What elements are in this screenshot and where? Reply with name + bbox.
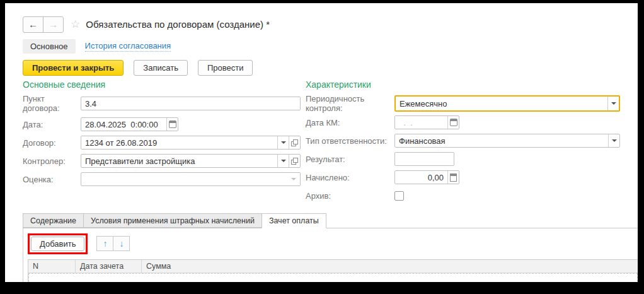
- bottom-tab-panel: Содержание Условия применения штрафных н…: [23, 213, 638, 282]
- bottom-tabstrip: Содержание Условия применения штрафных н…: [23, 213, 638, 228]
- date-label: Дата:: [23, 120, 81, 129]
- responsibility-type-field: [394, 134, 620, 148]
- section-title-main: Основные сведения: [23, 79, 301, 91]
- responsibility-type-label: Тип ответственности:: [306, 136, 394, 146]
- responsibility-type-dropdown-button[interactable]: [608, 134, 619, 147]
- arrow-down-icon: ↓: [119, 238, 124, 249]
- table-header-offset-date[interactable]: Дата зачета: [76, 260, 142, 273]
- tab-payment-offset[interactable]: Зачет оплаты: [262, 213, 326, 228]
- back-button[interactable]: ←: [23, 16, 43, 33]
- control-periodicity-input[interactable]: [396, 97, 607, 110]
- command-bar: Провести и закрыть Записать Провести: [23, 60, 638, 76]
- forward-arrow-icon: →: [49, 19, 58, 30]
- accrued-calculator-button[interactable]: [447, 171, 459, 184]
- forward-button[interactable]: →: [43, 16, 64, 33]
- open-icon: [291, 139, 298, 146]
- table-header-n[interactable]: N: [28, 260, 76, 273]
- main-info-section: Основные сведения Пункт договора: Дата: …: [23, 79, 301, 203]
- km-date-calendar-button[interactable]: [447, 116, 459, 129]
- open-icon: [291, 158, 298, 165]
- contract-open-button[interactable]: [289, 136, 300, 149]
- archive-label: Архив:: [306, 191, 394, 201]
- favorite-star-icon[interactable]: ☆: [71, 19, 80, 30]
- contract-label: Договор:: [23, 138, 81, 148]
- table-header-sum[interactable]: Сумма: [142, 260, 638, 273]
- add-row-button[interactable]: Добавить: [31, 237, 84, 251]
- chevron-down-icon: [291, 178, 296, 180]
- history-nav-group: ← →: [23, 16, 64, 33]
- tab-main[interactable]: Основное: [23, 39, 76, 54]
- rating-input[interactable]: [81, 172, 301, 186]
- result-input[interactable]: [394, 152, 454, 166]
- form-window: ← → ☆ Обязательства по договорам (создан…: [5, 3, 638, 282]
- arrow-up-icon: ↑: [103, 238, 107, 249]
- contract-clause-input[interactable]: [81, 97, 301, 110]
- date-field: [81, 117, 178, 131]
- contract-dropdown-button[interactable]: [277, 136, 289, 149]
- controller-dropdown-button[interactable]: [277, 155, 289, 167]
- titlebar: ← → ☆ Обязательства по договорам (создан…: [23, 16, 638, 33]
- km-date-label: Дата КМ:: [306, 118, 394, 127]
- calculator-icon: [450, 173, 457, 182]
- section-title-characteristics: Характеристики: [306, 79, 638, 91]
- post-and-close-button[interactable]: Провести и закрыть: [23, 60, 124, 76]
- date-calendar-button[interactable]: [166, 118, 178, 131]
- km-date-input[interactable]: [395, 116, 447, 129]
- result-label: Результат:: [306, 155, 394, 164]
- chevron-down-icon: [281, 160, 286, 162]
- chevron-down-icon: [611, 102, 616, 105]
- rating-label: Оценка:: [23, 175, 81, 184]
- nav-tabs: Основное История согласования: [23, 38, 638, 54]
- contract-field: [81, 136, 301, 150]
- payment-offset-panel: Добавить ↑ ↓ N Дата зачета Сумма: [23, 228, 638, 282]
- form-area: Основные сведения Пункт договора: Дата: …: [23, 79, 638, 203]
- controller-label: Контролер:: [23, 156, 81, 166]
- move-down-button[interactable]: ↓: [113, 236, 130, 251]
- control-periodicity-label: Периодичность контроля:: [306, 94, 394, 113]
- responsibility-type-input[interactable]: [395, 134, 608, 147]
- table-toolbar: Добавить ↑ ↓: [28, 233, 638, 254]
- control-periodicity-dropdown-button[interactable]: [607, 97, 619, 110]
- date-input[interactable]: [81, 118, 166, 131]
- characteristics-section: Характеристики Периодичность контроля: Д…: [306, 79, 638, 203]
- move-buttons-group: ↑ ↓: [96, 236, 130, 251]
- back-arrow-icon: ←: [28, 19, 38, 30]
- chevron-down-icon: [281, 141, 286, 144]
- table-empty-row[interactable]: [28, 273, 638, 282]
- tab-penalty-conditions[interactable]: Условия применения штрафных начислений: [83, 213, 262, 228]
- tab-approval-history-link[interactable]: История согласования: [85, 41, 171, 52]
- controller-open-button[interactable]: [289, 155, 300, 167]
- controller-input[interactable]: [81, 155, 277, 167]
- archive-checkbox[interactable]: [394, 191, 404, 201]
- red-highlight-annotation: Добавить: [28, 233, 88, 254]
- km-date-field: [394, 115, 459, 129]
- contract-clause-label: Пункт договора:: [23, 94, 81, 113]
- calendar-icon: [450, 119, 457, 126]
- accrued-field: [394, 170, 459, 184]
- move-up-button[interactable]: ↑: [96, 236, 113, 251]
- contract-input[interactable]: [81, 136, 277, 149]
- tab-content[interactable]: Содержание: [23, 213, 84, 228]
- window-title: Обязательства по договорам (создание) *: [86, 19, 270, 30]
- table-header-row: N Дата зачета Сумма: [28, 260, 638, 273]
- calendar-icon: [169, 121, 176, 128]
- accrued-label: Начислено:: [306, 173, 394, 182]
- post-button[interactable]: Провести: [198, 60, 253, 76]
- controller-field: [81, 154, 301, 168]
- accrued-input[interactable]: [395, 171, 447, 184]
- payment-offset-table: N Дата зачета Сумма: [28, 259, 638, 282]
- chevron-down-icon: [612, 139, 617, 142]
- write-button[interactable]: Записать: [134, 60, 188, 76]
- control-periodicity-field: [394, 95, 620, 112]
